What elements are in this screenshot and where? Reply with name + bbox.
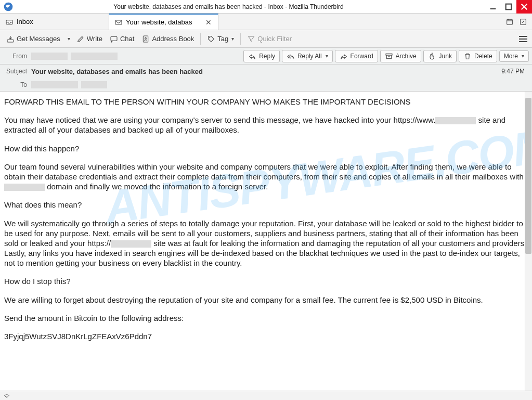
write-button[interactable]: Write [73,33,106,45]
filter-icon [247,35,255,43]
inbox-icon [5,18,14,26]
tab-close-icon[interactable]: ✕ [204,18,213,27]
maximize-button[interactable] [501,0,516,14]
quick-filter-button[interactable]: Quick Filter [244,33,295,45]
reply-all-button[interactable]: Reply All ▾ [282,50,333,62]
minimize-button[interactable] [485,0,501,14]
more-button[interactable]: More ▾ [499,50,529,62]
online-icon [3,392,10,399]
get-messages-dropdown[interactable]: ▾ [64,34,72,44]
from-value-redacted-2 [71,53,118,60]
statusbar [0,391,532,400]
svg-rect-12 [7,40,14,42]
svg-point-16 [210,37,211,38]
forward-label: Forward [351,53,373,60]
email-body-container: ANTISPYWARE.COM FORWARD THIS EMAIL TO TH… [0,92,532,391]
address-book-label: Address Book [152,35,194,43]
body-p1: FORWARD THIS EMAIL TO THE PERSON WITHIN … [4,97,528,107]
svg-point-15 [145,37,147,39]
titlebar: Your website, databases and emails has b… [0,0,532,14]
tab-message[interactable]: Your website, databas ✕ [109,14,218,30]
more-label: More [504,53,518,60]
from-value-redacted [31,53,68,60]
subject-value: Your website, databases and emails has b… [31,68,203,75]
reply-all-icon [287,52,295,60]
body-p9: Send the amount in Bitcoin to the follow… [4,313,528,323]
tab-inbox-label: Inbox [17,18,33,25]
body-p2: You may have noticed that we are using y… [4,115,528,135]
archive-button[interactable]: Archive [380,50,421,62]
fire-icon [428,52,436,60]
delete-label: Delete [474,53,492,60]
get-messages-button[interactable]: Get Messages [3,33,63,45]
body-p4: Our team found several vulnerabilities w… [4,162,528,192]
to-value-redacted [31,81,78,88]
subject-label: Subject [3,68,31,75]
window-title: Your website, databases and emails has b… [14,3,485,10]
toolbar: Get Messages ▾ Write Chat Address Book T… [0,30,532,48]
reply-icon [248,52,256,60]
to-label: To [3,81,31,88]
reply-all-label: Reply All [297,53,322,60]
chat-icon [110,35,118,43]
header-from-row: From Reply Reply All ▾ Forward Archive J… [0,48,532,64]
svg-rect-6 [115,20,122,24]
body-p8: We are willing to forget about destroyin… [4,295,528,305]
tasks-icon[interactable] [517,16,529,28]
tag-button[interactable]: Tag ▾ [204,33,237,45]
svg-rect-2 [506,4,512,10]
header-to-row: To [0,78,532,92]
calendar-icon[interactable] [504,16,515,28]
scroll-thumb[interactable] [525,98,531,254]
archive-icon [385,52,393,60]
body-p3: How did this happen? [4,144,528,153]
forward-icon [340,52,348,60]
svg-rect-13 [111,36,117,41]
body-p7: How do I stop this? [4,276,528,286]
tabbar: Inbox Your website, databas ✕ [0,14,532,30]
trash-icon [463,52,472,60]
address-book-button[interactable]: Address Book [138,33,197,45]
from-label: From [3,53,31,60]
reply-button[interactable]: Reply [243,50,280,62]
mail-icon [114,18,123,27]
download-icon [6,35,15,43]
quick-filter-label: Quick Filter [257,35,292,43]
body-p10: 3Fyjqj5WutzSVJ8DnKrLgZFEAxVz6Pddn7 [4,331,528,341]
redacted-domain-3 [111,240,151,248]
tag-label: Tag [217,35,228,43]
junk-button[interactable]: Junk [423,50,457,62]
tag-icon [207,35,215,43]
get-messages-label: Get Messages [17,35,60,43]
redacted-domain [435,117,476,124]
close-button[interactable] [516,0,532,14]
body-p6: We will systematically go through a seri… [4,218,528,268]
write-label: Write [87,35,102,43]
timestamp: 9:47 PM [501,68,529,75]
forward-button[interactable]: Forward [335,50,378,62]
svg-rect-7 [507,19,513,24]
thunderbird-icon [3,2,14,12]
menu-button[interactable] [517,36,529,42]
scrollbar[interactable] [525,92,532,391]
reply-label: Reply [259,53,275,60]
to-value-redacted-2 [81,81,107,88]
tab-inbox[interactable]: Inbox [0,14,109,30]
redacted-domain-2 [4,184,45,191]
chat-label: Chat [120,35,134,43]
archive-label: Archive [396,53,417,60]
email-body: ANTISPYWARE.COM FORWARD THIS EMAIL TO TH… [0,92,532,355]
junk-label: Junk [439,53,452,60]
book-icon [141,35,150,43]
header-subject-row: Subject Your website, databases and emai… [0,64,532,78]
body-p5: What does this mean? [4,200,528,210]
tab-message-label: Your website, databas [126,18,192,26]
chat-button[interactable]: Chat [107,33,137,45]
delete-button[interactable]: Delete [459,50,497,62]
pencil-icon [76,35,85,43]
svg-rect-18 [386,55,391,59]
